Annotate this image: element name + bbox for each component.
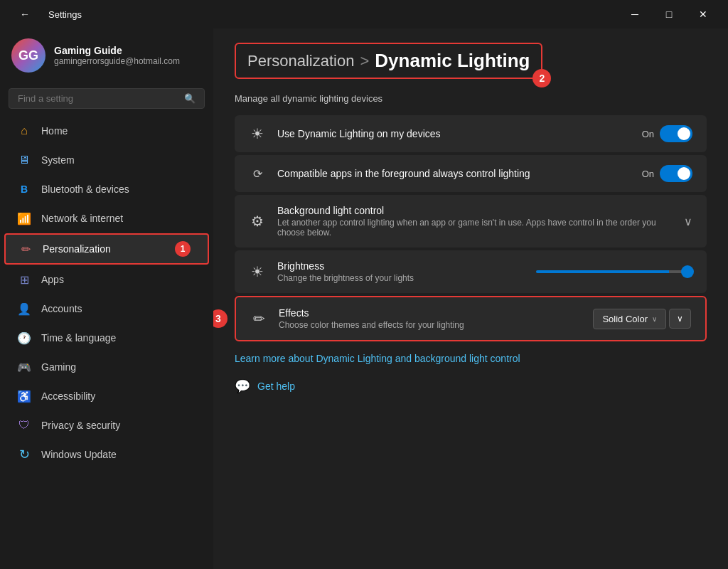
sidebar-item-gaming[interactable]: 🎮 Gaming [4,353,209,381]
sidebar-item-apps[interactable]: ⊞ Apps [4,265,209,294]
get-help-label: Get help [257,381,295,392]
bluetooth-icon: B [17,182,31,196]
brightness-text: Brightness Change the brightness of your… [277,260,525,283]
user-email: gamingerrorsguide@hotmail.com [54,56,180,66]
setting-compatible-apps: ⟳ Compatible apps in the foreground alwa… [235,155,707,192]
user-info: Gaming Guide gamingerrorsguide@hotmail.c… [54,45,180,66]
compatible-apps-toggle[interactable] [660,165,692,182]
setting-use-dynamic-lighting: ☀ Use Dynamic Lighting on my devices On [235,115,707,152]
app-layout: GG Gaming Guide gamingerrorsguide@hotmai… [0,28,728,569]
toggle-on-label-1: On [642,129,654,139]
effects-expand-button[interactable]: ∨ [669,309,691,329]
search-container: 🔍 [0,85,213,116]
nav-list: ⌂ Home 🖥 System B Bluetooth & devices 📶 … [0,116,213,469]
sidebar-item-label: Accessibility [41,390,95,402]
privacy-icon: 🛡 [17,418,31,432]
dynamic-lighting-icon: ☀ [249,125,266,142]
get-help-row[interactable]: 💬 Get help [235,378,707,394]
sidebar-item-accounts[interactable]: 👤 Accounts [4,294,209,323]
compatible-apps-control: On [642,165,692,182]
sidebar-item-label: Accounts [41,303,82,314]
sidebar-item-label: Home [41,125,68,137]
system-icon: 🖥 [17,153,31,167]
sidebar-item-update[interactable]: ↻ Windows Update [4,440,209,469]
effects-dropdown-label: Solid Color [602,314,648,324]
sidebar-item-time[interactable]: 🕐 Time & language [4,324,209,352]
network-icon: 📶 [17,211,31,225]
sidebar-item-accessibility[interactable]: ♿ Accessibility [4,382,209,410]
breadcrumb-current: Dynamic Lighting [375,50,530,72]
background-light-text: Background light control Let another app… [277,205,673,238]
sidebar-item-home[interactable]: ⌂ Home [4,117,209,145]
chevron-down-icon[interactable]: ∨ [684,215,692,228]
background-light-label: Background light control [277,205,673,216]
expand-chevron-icon: ∨ [677,314,683,324]
page-subtitle: Manage all dynamic lighting devices [235,93,707,104]
sidebar-item-privacy[interactable]: 🛡 Privacy & security [4,411,209,440]
effects-text: Effects Choose color themes and effects … [279,307,582,330]
minimize-button[interactable]: ─ [619,3,651,26]
background-light-sublabel: Let another app control lighting when an… [277,218,673,238]
sidebar-item-system[interactable]: 🖥 System [4,146,209,174]
background-light-icon: ⚙ [249,213,266,230]
home-icon: ⌂ [17,124,31,138]
titlebar-left: ← Settings [9,3,82,26]
compatible-apps-icon: ⟳ [249,167,266,181]
dynamic-lighting-text: Use Dynamic Lighting on my devices [277,128,631,139]
get-help-icon: 💬 [235,378,250,394]
maximize-button[interactable]: □ [653,3,685,26]
app-title: Settings [48,9,82,20]
update-icon: ↻ [17,447,31,462]
back-button[interactable]: ← [9,3,41,26]
dynamic-lighting-control: On [642,125,692,142]
dynamic-lighting-toggle[interactable] [660,125,692,142]
sidebar: GG Gaming Guide gamingerrorsguide@hotmai… [0,28,213,569]
personalization-badge: 1 [175,241,191,257]
effects-sublabel: Choose color themes and effects for your… [279,320,582,330]
setting-effects: ✏ Effects Choose color themes and effect… [235,296,707,341]
dynamic-lighting-label: Use Dynamic Lighting on my devices [277,128,631,139]
close-button[interactable]: ✕ [687,3,719,26]
user-profile[interactable]: GG Gaming Guide gamingerrorsguide@hotmai… [0,28,213,83]
breadcrumb: Personalization > Dynamic Lighting 2 [235,43,542,79]
effects-dropdown-button[interactable]: Solid Color ∨ [593,309,666,329]
dropdown-chevron-icon: ∨ [652,315,657,323]
brightness-control [536,270,692,273]
sidebar-item-label: Network & internet [41,213,123,224]
sidebar-item-label: Gaming [41,361,76,373]
sidebar-item-label: Windows Update [41,449,117,460]
search-input[interactable] [18,93,178,104]
breadcrumb-parent: Personalization [247,52,354,70]
gaming-icon: 🎮 [17,360,31,374]
time-icon: 🕐 [17,331,31,345]
effects-label: Effects [279,307,582,319]
accessibility-icon: ♿ [17,389,31,403]
brightness-slider[interactable] [536,270,692,273]
brightness-icon: ☀ [249,263,266,280]
brightness-label: Brightness [277,260,525,272]
user-name: Gaming Guide [54,45,180,56]
sidebar-item-label: Apps [41,274,64,285]
slider-thumb[interactable] [681,265,694,278]
effects-wrapper: 3 ✏ Effects Choose color themes and effe… [235,296,707,341]
setting-background-light: ⚙ Background light control Let another a… [235,195,707,248]
page-header: Personalization > Dynamic Lighting 2 [235,43,707,79]
sidebar-item-network[interactable]: 📶 Network & internet [4,204,209,233]
brightness-sublabel: Change the brightness of your lights [277,273,525,283]
learn-more-link[interactable]: Learn more about Dynamic Lighting and ba… [235,353,707,364]
background-light-control: ∨ [684,215,692,228]
main-content: Personalization > Dynamic Lighting 2 Man… [213,28,728,569]
sidebar-item-label: Time & language [41,332,116,344]
sidebar-item-bluetooth[interactable]: B Bluetooth & devices [4,175,209,203]
sidebar-item-label: System [41,154,75,166]
sidebar-item-personalization[interactable]: ✏ Personalization 1 [4,233,209,265]
setting-brightness: ☀ Brightness Change the brightness of yo… [235,250,707,293]
toggle-on-label-2: On [642,169,654,179]
avatar: GG [11,38,46,73]
window-controls: ─ □ ✕ [619,3,719,26]
sidebar-item-label: Bluetooth & devices [41,184,129,195]
sidebar-item-label: Personalization [43,243,111,255]
apps-icon: ⊞ [17,272,31,287]
sidebar-item-label: Privacy & security [41,420,120,431]
effects-icon: ✏ [250,310,267,327]
